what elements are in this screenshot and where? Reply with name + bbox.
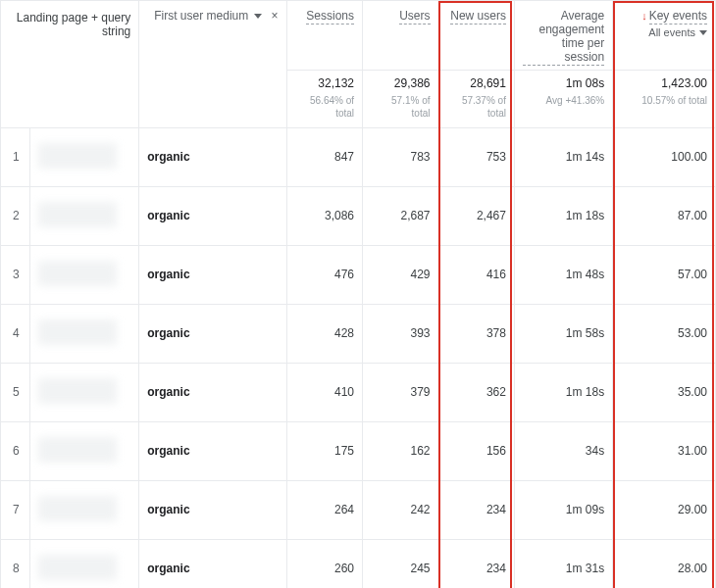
column-header-sessions[interactable]: Sessions bbox=[286, 1, 362, 71]
users-cell: 379 bbox=[363, 363, 438, 421]
chevron-down-icon bbox=[254, 14, 262, 19]
new-users-cell: 416 bbox=[438, 245, 514, 304]
total-avg-engagement: 1m 08sAvg +41.36% bbox=[514, 71, 612, 128]
key-events-cell: 35.00 bbox=[613, 363, 716, 421]
key-events-cell: 28.00 bbox=[613, 539, 716, 588]
new-users-cell: 362 bbox=[438, 363, 514, 421]
landing-page-cell[interactable] bbox=[29, 480, 139, 539]
row-index: 4 bbox=[1, 304, 30, 363]
table-row[interactable]: 8organic2602452341m 31s28.00 bbox=[1, 539, 716, 588]
sessions-cell: 847 bbox=[286, 127, 362, 186]
redacted-text bbox=[38, 378, 117, 404]
new-users-cell: 156 bbox=[438, 421, 514, 480]
table-row[interactable]: 1organic8477837531m 14s100.00 bbox=[1, 127, 716, 186]
new-users-cell: 234 bbox=[438, 480, 514, 539]
table-row[interactable]: 7organic2642422341m 09s29.00 bbox=[1, 480, 716, 539]
new-users-cell: 2,467 bbox=[438, 186, 514, 245]
table-row[interactable]: 4organic4283933781m 58s53.00 bbox=[1, 304, 716, 363]
medium-cell[interactable]: organic bbox=[139, 421, 286, 480]
chevron-down-icon bbox=[699, 30, 707, 35]
redacted-text bbox=[38, 555, 117, 580]
users-cell: 245 bbox=[363, 539, 438, 588]
sessions-cell: 264 bbox=[286, 480, 362, 539]
column-header-users[interactable]: Users bbox=[363, 1, 438, 71]
table-row[interactable]: 2organic3,0862,6872,4671m 18s87.00 bbox=[1, 186, 716, 245]
medium-cell[interactable]: organic bbox=[139, 304, 286, 363]
key-events-cell: 29.00 bbox=[613, 480, 716, 539]
key-events-cell: 31.00 bbox=[613, 421, 716, 480]
key-events-filter-dropdown[interactable]: All events bbox=[648, 26, 707, 38]
row-index: 2 bbox=[1, 186, 30, 245]
avg-eng-cell: 1m 18s bbox=[514, 186, 612, 245]
total-new-users: 28,69157.37% of total bbox=[438, 71, 514, 128]
users-cell: 162 bbox=[363, 421, 438, 480]
row-index: 8 bbox=[1, 539, 30, 588]
row-index: 3 bbox=[1, 245, 30, 304]
row-index: 7 bbox=[1, 480, 30, 539]
primary-dimension-header[interactable]: Landing page + query string bbox=[1, 1, 139, 128]
new-users-cell: 753 bbox=[438, 127, 514, 186]
sort-descending-icon: ↓ bbox=[641, 10, 647, 22]
redacted-text bbox=[38, 437, 117, 463]
report-table: Landing page + query string First user m… bbox=[0, 0, 716, 588]
table-row[interactable]: 5organic4103793621m 18s35.00 bbox=[1, 363, 716, 421]
landing-page-cell[interactable] bbox=[29, 127, 139, 186]
sessions-cell: 260 bbox=[286, 539, 362, 588]
avg-eng-cell: 1m 14s bbox=[514, 127, 612, 186]
landing-page-cell[interactable] bbox=[29, 186, 139, 245]
landing-page-cell[interactable] bbox=[29, 539, 139, 588]
column-header-avg-engagement[interactable]: Average engagement time per session bbox=[514, 1, 612, 71]
row-index: 6 bbox=[1, 421, 30, 480]
redacted-text bbox=[38, 143, 117, 169]
users-cell: 2,687 bbox=[363, 186, 438, 245]
medium-cell[interactable]: organic bbox=[139, 245, 286, 304]
sessions-cell: 175 bbox=[286, 421, 362, 480]
users-cell: 783 bbox=[363, 127, 438, 186]
key-events-cell: 87.00 bbox=[613, 186, 716, 245]
avg-eng-cell: 1m 31s bbox=[514, 539, 612, 588]
landing-page-cell[interactable] bbox=[29, 304, 139, 363]
total-key-events: 1,423.0010.57% of total bbox=[613, 71, 716, 128]
medium-cell[interactable]: organic bbox=[139, 480, 286, 539]
landing-page-cell[interactable] bbox=[29, 363, 139, 421]
key-events-cell: 57.00 bbox=[613, 245, 716, 304]
redacted-text bbox=[38, 319, 117, 345]
avg-eng-cell: 1m 18s bbox=[514, 363, 612, 421]
new-users-cell: 234 bbox=[438, 539, 514, 588]
remove-secondary-dimension-button[interactable]: × bbox=[272, 9, 279, 23]
avg-eng-cell: 34s bbox=[514, 421, 612, 480]
column-header-new-users[interactable]: New users bbox=[438, 1, 514, 71]
table-row[interactable]: 6organic17516215634s31.00 bbox=[1, 421, 716, 480]
table-row[interactable]: 3organic4764294161m 48s57.00 bbox=[1, 245, 716, 304]
row-index: 5 bbox=[1, 363, 30, 421]
redacted-text bbox=[38, 261, 117, 286]
secondary-dimension-header: First user medium × bbox=[139, 1, 286, 128]
new-users-cell: 378 bbox=[438, 304, 514, 363]
medium-cell[interactable]: organic bbox=[139, 127, 286, 186]
landing-page-cell[interactable] bbox=[29, 421, 139, 480]
sessions-cell: 3,086 bbox=[286, 186, 362, 245]
column-header-key-events[interactable]: ↓Key events All events bbox=[613, 1, 716, 71]
users-cell: 242 bbox=[363, 480, 438, 539]
total-users: 29,38657.1% of total bbox=[363, 71, 438, 128]
avg-eng-cell: 1m 09s bbox=[514, 480, 612, 539]
landing-page-cell[interactable] bbox=[29, 245, 139, 304]
sessions-cell: 428 bbox=[286, 304, 362, 363]
users-cell: 429 bbox=[363, 245, 438, 304]
avg-eng-cell: 1m 48s bbox=[514, 245, 612, 304]
sessions-cell: 476 bbox=[286, 245, 362, 304]
users-cell: 393 bbox=[363, 304, 438, 363]
avg-eng-cell: 1m 58s bbox=[514, 304, 612, 363]
row-index: 1 bbox=[1, 127, 30, 186]
secondary-dimension-dropdown[interactable]: First user medium bbox=[154, 9, 262, 23]
redacted-text bbox=[38, 202, 117, 227]
key-events-cell: 100.00 bbox=[613, 127, 716, 186]
redacted-text bbox=[38, 496, 117, 521]
medium-cell[interactable]: organic bbox=[139, 186, 286, 245]
key-events-cell: 53.00 bbox=[613, 304, 716, 363]
total-sessions: 32,13256.64% of total bbox=[286, 71, 362, 128]
medium-cell[interactable]: organic bbox=[139, 539, 286, 588]
sessions-cell: 410 bbox=[286, 363, 362, 421]
medium-cell[interactable]: organic bbox=[139, 363, 286, 421]
